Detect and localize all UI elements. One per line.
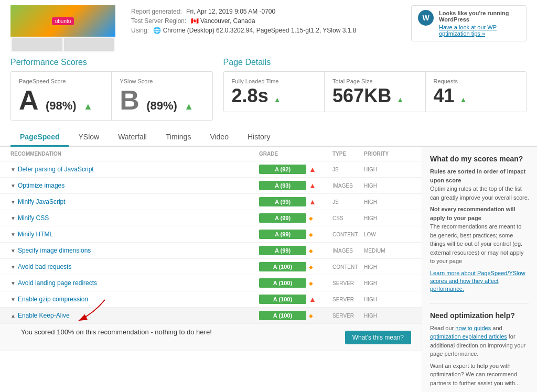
sidebar-box2-p2: Want an expert to help you with optimiza… xyxy=(430,362,529,388)
priority-cell: HIGH xyxy=(364,167,411,172)
type-cell: IMAGES xyxy=(332,248,364,254)
priority-diamond-icon: ◆ xyxy=(309,264,313,270)
table-row: ▼ Avoid landing page redirects A (100) ◆… xyxy=(0,275,422,291)
rec-name-minify-js[interactable]: ▼ Minify JavaScript xyxy=(10,198,259,205)
loaded-time-label: Fully Loaded Time xyxy=(232,78,316,84)
performance-scores-title: Performance Scores xyxy=(10,58,213,67)
grade-bar: A (93) ▲ xyxy=(259,181,332,190)
sidebar-box1-p2-label: Not every recommendation will apply to y… xyxy=(430,206,515,221)
table-row-keep-alive: ▲ Enable Keep-Alive A (100) ◆ SERVER HIG… xyxy=(0,308,422,324)
rec-name-enable-gzip[interactable]: ▼ Enable gzip compression xyxy=(10,296,259,303)
requests-arrow: ▲ xyxy=(460,95,467,104)
expanded-content: You scored 100% on this recommendation -… xyxy=(0,324,422,351)
priority-column-header: Priority xyxy=(364,151,411,157)
wp-notice-title: Looks like you're running WordPress xyxy=(439,10,520,23)
test-server-label: Test Server Region: xyxy=(131,17,186,25)
loaded-time-value: 2.8s ▲ xyxy=(232,86,316,105)
rec-name-specify-dimensions[interactable]: ▼ Specify image dimensions xyxy=(10,247,259,254)
tab-history[interactable]: History xyxy=(238,128,280,147)
rec-name-minify-html[interactable]: ▼ Minify HTML xyxy=(10,231,259,238)
grade-pill: A (100) xyxy=(259,278,306,288)
row-toggle-icon: ▼ xyxy=(10,232,16,237)
sidebar-how-to-link[interactable]: how to guides xyxy=(455,325,491,331)
report-generated-label: Report generated: xyxy=(131,8,182,15)
whats-this-button[interactable]: What's this mean? xyxy=(345,331,411,344)
tab-yslow[interactable]: YSlow xyxy=(69,128,109,147)
requests-item: Requests 41 ▲ xyxy=(426,72,526,112)
row-toggle-icon: ▼ xyxy=(10,215,16,221)
type-column-header: Type xyxy=(332,151,364,157)
row-toggle-icon: ▲ xyxy=(10,313,16,319)
type-cell: JS xyxy=(332,199,364,205)
rec-label: Defer parsing of JavaScript xyxy=(18,166,94,173)
rec-name-avoid-redirects[interactable]: ▼ Avoid landing page redirects xyxy=(10,279,259,287)
grade-pill: A (100) xyxy=(259,295,306,304)
priority-cell: HIGH xyxy=(364,280,411,286)
table-row: ▼ Specify image dimensions A (99) ◆ IMAG… xyxy=(0,243,422,259)
grade-bar: A (99) ◆ xyxy=(259,230,332,239)
details-box: Fully Loaded Time 2.8s ▲ Total Page Size… xyxy=(223,71,527,112)
sidebar-box2-p1b: and xyxy=(492,325,502,331)
tab-waterfall[interactable]: Waterfall xyxy=(109,128,156,147)
page-size-label: Total Page Size xyxy=(332,78,417,84)
sidebar-box1-p1-label: Rules are sorted in order of impact upon… xyxy=(430,168,525,183)
grade-bar: A (100) ▲ xyxy=(259,295,332,304)
sidebar-optimization-link[interactable]: optimization explained articles xyxy=(430,333,507,340)
grade-column-header: Grade xyxy=(259,151,332,157)
rec-name-avoid-bad-requests[interactable]: ▼ Avoid bad requests xyxy=(10,263,259,270)
type-cell: JS xyxy=(332,167,364,172)
rec-name-defer-js[interactable]: ▼ Defer parsing of JavaScript xyxy=(10,166,259,173)
wordpress-notice: W Looks like you're running WordPress Ha… xyxy=(411,5,527,41)
sidebar-box1-p1-text: Optimizing rules at the top of the list … xyxy=(430,186,529,201)
rec-name-keep-alive[interactable]: ▲ Enable Keep-Alive xyxy=(10,312,259,319)
grade-bar: A (99) ◆ xyxy=(259,246,332,255)
row-toggle-icon: ▼ xyxy=(10,167,16,172)
sidebar-box1-title: What do my scores mean? xyxy=(430,155,529,163)
row-toggle-icon: ▼ xyxy=(10,297,16,302)
tab-timings[interactable]: Timings xyxy=(156,128,201,147)
rec-label: Avoid landing page redirects xyxy=(18,279,97,287)
page-details-section: Page Details Fully Loaded Time 2.8s ▲ To… xyxy=(223,58,527,121)
grade-pill: A (93) xyxy=(259,181,306,190)
sidebar-box1-p1: Rules are sorted in order of impact upon… xyxy=(430,167,529,202)
priority-up-icon: ▲ xyxy=(309,198,316,206)
rec-label: Minify HTML xyxy=(18,231,53,238)
wordpress-logo: W xyxy=(418,10,434,26)
expanded-text: You scored 100% on this recommendation -… xyxy=(21,328,212,336)
tab-pagespeed[interactable]: PageSpeed xyxy=(10,128,69,147)
yslow-score-item: YSlow Score B (89%) ▲ xyxy=(112,72,212,120)
performance-scores-section: Performance Scores PageSpeed Score A (98… xyxy=(10,58,213,121)
pagespeed-percent: (98%) xyxy=(46,99,77,112)
tab-video[interactable]: Video xyxy=(200,128,238,147)
wordpress-notice-text: Looks like you're running WordPress Have… xyxy=(439,10,520,37)
priority-diamond-icon: ◆ xyxy=(309,248,313,254)
page-details-title: Page Details xyxy=(223,58,527,67)
yslow-grade: B xyxy=(120,85,139,115)
rec-column-header: Recommendation xyxy=(10,151,259,157)
row-toggle-icon: ▼ xyxy=(10,199,16,205)
rec-name-optimize-images[interactable]: ▼ Optimize images xyxy=(10,182,259,189)
sidebar-box1-link[interactable]: Learn more about PageSpeed/YSlow scores … xyxy=(430,270,525,292)
grade-pill: A (92) xyxy=(259,165,306,174)
test-server-value: Vancouver, Canada xyxy=(200,17,255,25)
loaded-time-number: 2.8s xyxy=(232,85,268,106)
grade-bar: A (100) ◆ xyxy=(259,262,332,271)
loaded-time-item: Fully Loaded Time 2.8s ▲ xyxy=(224,72,325,112)
priority-cell: HIGH xyxy=(364,183,411,189)
wp-notice-link[interactable]: Have a look at our WP optimization tips … xyxy=(439,24,497,37)
priority-cell: HIGH xyxy=(364,215,411,221)
grade-pill: A (100) xyxy=(259,311,306,320)
grade-bar: A (99) ▲ xyxy=(259,197,332,206)
requests-label: Requests xyxy=(434,78,518,84)
requests-number: 41 xyxy=(434,85,455,106)
rec-label: Minify JavaScript xyxy=(18,198,66,205)
sidebar-box2-p1-text: Read our xyxy=(430,325,455,331)
type-cell: SERVER xyxy=(332,297,364,302)
priority-diamond-icon: ◆ xyxy=(309,313,313,319)
rec-label: Minify CSS xyxy=(18,214,49,222)
grade-bar: A (99) ◆ xyxy=(259,213,332,223)
sidebar-box2-p1: Read our how to guides and optimization … xyxy=(430,324,529,358)
report-info: Report generated: Fri, Apr 12, 2019 9:05… xyxy=(131,5,411,36)
requests-value: 41 ▲ xyxy=(434,86,518,105)
rec-name-minify-css[interactable]: ▼ Minify CSS xyxy=(10,214,259,222)
